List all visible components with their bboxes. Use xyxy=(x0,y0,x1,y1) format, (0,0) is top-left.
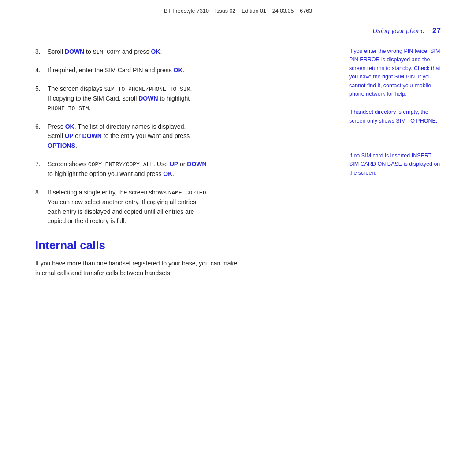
main-content: 3. Scroll DOWN to SIM COPY and press OK.… xyxy=(0,47,476,278)
step-number: 6. xyxy=(35,122,48,132)
mono-text: COPY ENTRY/COPY ALL xyxy=(88,161,153,168)
steps-list: 3. Scroll DOWN to SIM COPY and press OK.… xyxy=(35,47,330,226)
list-item: 8. If selecting a single entry, the scre… xyxy=(35,188,330,226)
bold-down: DOWN xyxy=(82,132,102,139)
step-content: If required, enter the SIM Card PIN and … xyxy=(48,66,330,75)
header-text: BT Freestyle 7310 – Issus 02 – Edition 0… xyxy=(164,8,312,14)
section-description: If you have more than one handset regist… xyxy=(35,258,247,278)
bold-down: DOWN xyxy=(138,95,158,102)
bold-ok: OK xyxy=(174,67,183,74)
page-nav-number: 27 xyxy=(432,26,441,35)
step-number: 5. xyxy=(35,84,48,94)
bold-up: UP xyxy=(170,161,178,168)
step-number: 7. xyxy=(35,160,48,169)
bold-options: OPTIONS xyxy=(48,142,75,149)
page-header: BT Freestyle 7310 – Issus 02 – Edition 0… xyxy=(0,0,476,19)
horizontal-rule xyxy=(35,37,441,37)
list-item: 7. Screen shows COPY ENTRY/COPY ALL. Use… xyxy=(35,160,330,179)
right-note: If no SIM card is inserted INSERT SIM CA… xyxy=(349,152,441,177)
step-number: 8. xyxy=(35,188,48,198)
page-nav-title: Using your phone xyxy=(373,27,425,34)
right-note: If handset directory is empty, the scree… xyxy=(349,108,441,125)
header-rule-area: Using your phone 27 xyxy=(0,19,476,35)
list-item: 6. Press OK. The list of directory names… xyxy=(35,122,330,151)
mono-text: SIM TO PHONE/PHONE TO SIM xyxy=(104,86,190,93)
bold-up: UP xyxy=(65,132,73,139)
right-note: If you enter the wrong PIN twice, SIM PI… xyxy=(349,47,441,98)
list-item: 3. Scroll DOWN to SIM COPY and press OK. xyxy=(35,47,330,57)
mono-text: PHONE TO SIM xyxy=(48,105,89,112)
mono-text: SIM COPY xyxy=(93,49,120,56)
list-item: 5. The screen displays SIM TO PHONE/PHON… xyxy=(35,84,330,113)
bold-ok: OK xyxy=(163,170,172,177)
page-container: BT Freestyle 7310 – Issus 02 – Edition 0… xyxy=(0,0,476,452)
right-column: If you enter the wrong PIN twice, SIM PI… xyxy=(339,47,441,278)
step-content: If selecting a single entry, the screen … xyxy=(48,188,330,226)
page-nav: Using your phone 27 xyxy=(373,26,441,35)
bold-down: DOWN xyxy=(65,48,84,55)
bold-down: DOWN xyxy=(187,161,206,168)
bold-ok: OK xyxy=(65,123,74,130)
step-content: The screen displays SIM TO PHONE/PHONE T… xyxy=(48,84,330,113)
list-item: 4. If required, enter the SIM Card PIN a… xyxy=(35,66,330,75)
step-content: Screen shows COPY ENTRY/COPY ALL. Use UP… xyxy=(48,160,330,179)
left-column: 3. Scroll DOWN to SIM COPY and press OK.… xyxy=(35,47,339,278)
bold-ok: OK xyxy=(151,48,160,55)
mono-text: NAME COPIED xyxy=(168,190,206,196)
step-content: Press OK. The list of directory names is… xyxy=(48,122,330,151)
section-title: Internal calls xyxy=(35,239,330,252)
step-number: 4. xyxy=(35,66,48,75)
step-content: Scroll DOWN to SIM COPY and press OK. xyxy=(48,47,330,57)
step-number: 3. xyxy=(35,47,48,57)
